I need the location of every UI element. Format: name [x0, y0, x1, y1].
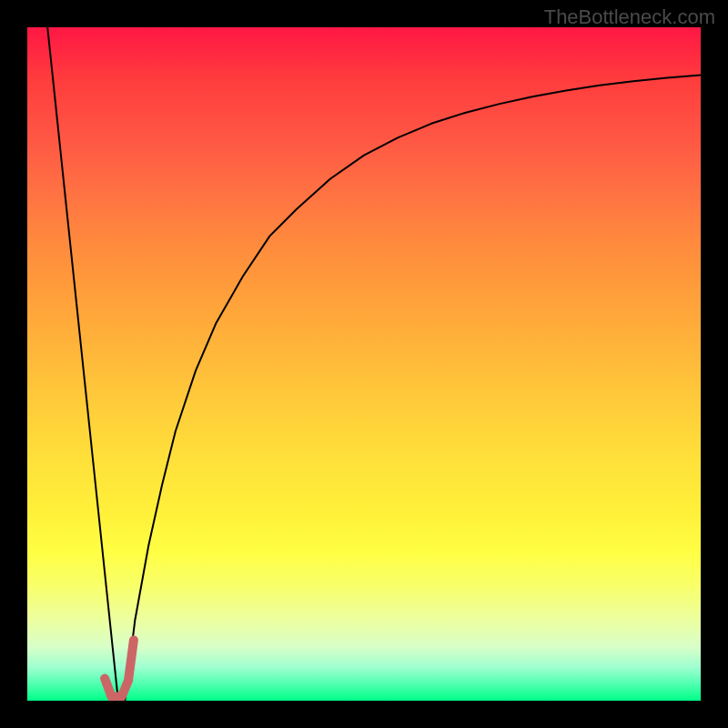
chart-plot-area — [27, 27, 701, 701]
series-descending-line — [47, 27, 118, 701]
series-highlight-j — [105, 640, 134, 696]
watermark-text: TheBottleneck.com — [544, 5, 715, 29]
series-curve — [125, 76, 701, 701]
chart-curves-svg — [27, 27, 701, 701]
